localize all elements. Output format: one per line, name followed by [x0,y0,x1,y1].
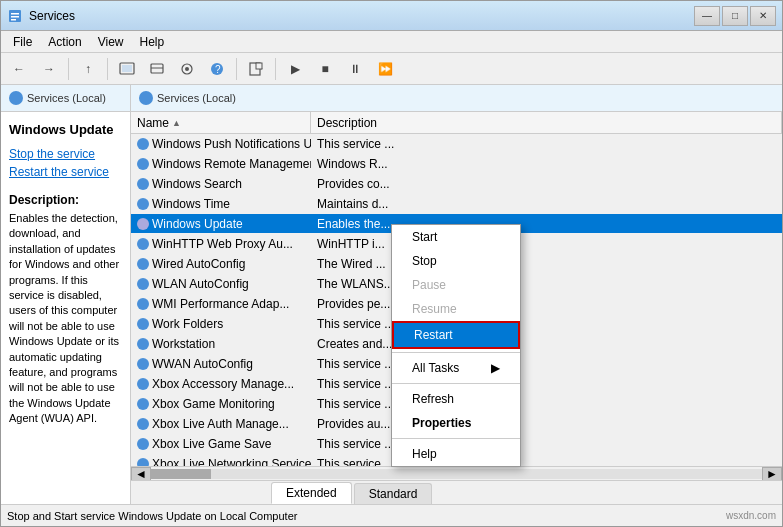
pause-button[interactable]: ⏸ [341,56,369,82]
forward-button[interactable]: → [35,56,63,82]
ctx-submenu-arrow: ▶ [491,361,500,375]
row-desc: Provides pe... [311,294,782,313]
main-window: Services — □ ✕ File Action View Help ← →… [0,0,783,527]
svg-rect-1 [11,13,19,15]
menu-help[interactable]: Help [132,33,173,51]
back-button[interactable]: ← [5,56,33,82]
left-panel: Services (Local) Windows Update Stop the… [1,85,131,504]
svg-rect-5 [122,65,132,72]
restart-service-link-container: Restart the service [9,165,122,179]
row-desc: The WLANS... [311,274,782,293]
row-name: Xbox Live Auth Manage... [131,414,311,433]
ctx-help[interactable]: Help [392,442,520,466]
row-desc: This service ... [311,394,782,413]
ctx-stop[interactable]: Stop [392,249,520,273]
row-desc: This service ... [311,434,782,453]
menu-file[interactable]: File [5,33,40,51]
col-header-name[interactable]: Name ▲ [131,112,311,133]
description-label: Description: [9,193,122,207]
toolbar-sep-4 [275,58,276,80]
row-name: WMI Performance Adap... [131,294,311,313]
row-desc: Creates and... [311,334,782,353]
service-row-icon [137,278,149,290]
service-name-heading: Windows Update [9,122,122,137]
row-name: Xbox Game Monitoring [131,394,311,413]
right-panel-header: Services (Local) [131,85,782,112]
toolbar-sep-2 [107,58,108,80]
tab-extended[interactable]: Extended [271,482,352,504]
service-row-icon [137,198,149,210]
minimize-button[interactable]: — [694,6,720,26]
app-icon [7,8,23,24]
ctx-start[interactable]: Start [392,225,520,249]
maximize-button[interactable]: □ [722,6,748,26]
service-row-icon [137,258,149,270]
col-header-description[interactable]: Description [311,112,782,133]
table-row[interactable]: Windows Time Maintains d... [131,194,782,214]
service-row-icon [137,178,149,190]
close-button[interactable]: ✕ [750,6,776,26]
scroll-track [151,469,762,479]
row-desc: WinHTTP i... [311,234,782,253]
right-panel: Services (Local) Name ▲ Description Wind… [131,85,782,504]
svg-rect-3 [11,19,16,21]
service-row-icon [137,138,149,150]
row-name: Work Folders [131,314,311,333]
menu-action[interactable]: Action [40,33,89,51]
services-table: Name ▲ Description Windows Push Notifica… [131,112,782,480]
ctx-separator-2 [392,383,520,384]
row-desc: The Wired ... [311,254,782,273]
restart-suffix: the service [48,165,109,179]
row-desc: Maintains d... [311,194,782,213]
service-row-icon [137,298,149,310]
toolbar: ← → ↑ ? ▶ ■ ⏸ ⏩ [1,53,782,85]
up-button[interactable]: ↑ [74,56,102,82]
svg-rect-14 [256,63,262,69]
right-panel-icon [139,91,153,105]
stop-service-link[interactable]: Stop the service [9,147,122,161]
table-row[interactable]: Windows Search Provides co... [131,174,782,194]
play-button[interactable]: ▶ [281,56,309,82]
stop-button[interactable]: ■ [311,56,339,82]
help-button[interactable]: ? [203,56,231,82]
row-desc: Windows R... [311,154,782,173]
standard-button[interactable] [143,56,171,82]
service-row-icon [137,418,149,430]
export-button[interactable] [242,56,270,82]
status-text: Stop and Start service Windows Update on… [7,510,297,522]
service-info-panel: Windows Update Stop the service Restart … [1,112,130,504]
row-name: WinHTTP Web Proxy Au... [131,234,311,253]
svg-text:?: ? [215,64,221,75]
table-row[interactable]: Windows Remote Management (WS-Management… [131,154,782,174]
left-panel-header: Services (Local) [1,85,130,112]
ctx-restart[interactable]: Restart [392,321,520,349]
ctx-resume: Resume [392,297,520,321]
row-name: Workstation [131,334,311,353]
tab-bar: Extended Standard [131,480,782,504]
ctx-refresh[interactable]: Refresh [392,387,520,411]
scroll-right-btn[interactable]: ► [762,467,782,481]
col-desc-label: Description [317,116,377,130]
scroll-thumb[interactable] [151,469,211,479]
tab-standard[interactable]: Standard [354,483,433,504]
stop-suffix: the service [34,147,95,161]
service-row-icon [137,338,149,350]
row-desc: Provides co... [311,174,782,193]
service-row-icon [137,318,149,330]
menu-view[interactable]: View [90,33,132,51]
row-name: Wired AutoConfig [131,254,311,273]
service-row-icon [137,158,149,170]
resume-button[interactable]: ⏩ [371,56,399,82]
table-row[interactable]: Windows Push Notifications User Service_… [131,134,782,154]
ctx-properties[interactable]: Properties [392,411,520,435]
ctx-all-tasks[interactable]: All Tasks ▶ [392,356,520,380]
scroll-left-btn[interactable]: ◄ [131,467,151,481]
console-button[interactable] [113,56,141,82]
stop-link-text: Stop [9,147,34,161]
properties-button[interactable] [173,56,201,82]
svg-point-9 [185,67,189,71]
ctx-separator-1 [392,352,520,353]
toolbar-sep-1 [68,58,69,80]
restart-service-link[interactable]: Restart the service [9,165,122,179]
horizontal-scrollbar[interactable]: ◄ ► [131,466,782,480]
